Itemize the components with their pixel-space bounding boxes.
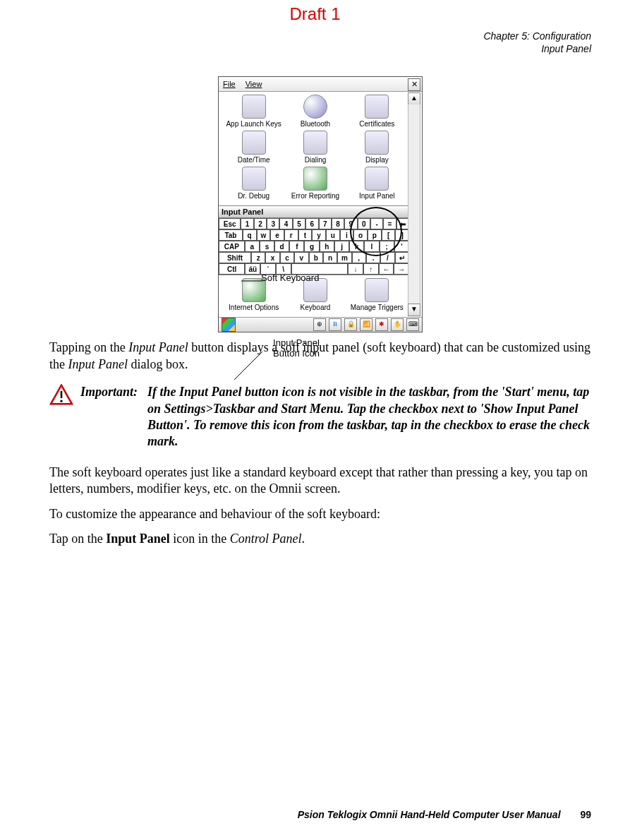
icon-dialing[interactable]: Dialing [287,131,344,164]
taskbar-icon[interactable]: ✱ [375,318,388,331]
key-minus[interactable]: - [370,218,383,229]
icon-error-reporting[interactable]: Error Reporting [287,167,344,200]
menu-view[interactable]: View [246,80,262,88]
icon-keyboard[interactable]: Keyboard [287,278,344,311]
key-9[interactable]: 9 [344,218,357,229]
paragraph-4: Tap on the Input Panel icon in the Contr… [49,531,591,547]
page-number: 99 [580,809,591,820]
key-enter[interactable]: ↵ [395,252,409,263]
callout-soft-keyboard: Soft Keyboard [261,272,319,283]
key-p[interactable]: p [368,229,382,241]
key-z[interactable]: z [251,252,265,263]
key-5[interactable]: 5 [293,218,305,229]
icon-internet-options[interactable]: Internet Options [226,278,282,311]
key-s[interactable]: s [260,241,274,252]
key-ctl[interactable]: Ctl [219,263,245,275]
key-f[interactable]: f [289,241,304,252]
taskbar-icon[interactable]: ✋ [391,318,404,331]
key-n[interactable]: n [323,252,337,263]
taskbar-icon[interactable]: 📶 [360,318,372,331]
scroll-down-icon[interactable]: ▼ [408,304,420,316]
icon-manage-triggers[interactable]: Manage Triggers [349,278,405,311]
key-a[interactable]: a [245,241,260,252]
draft-label: Draft 1 [0,4,630,24]
key-h[interactable]: h [320,241,334,252]
key-left[interactable]: ← [379,263,394,275]
key-4[interactable]: 4 [279,218,292,229]
key-down[interactable]: ↓ [348,263,363,275]
key-o[interactable]: o [353,229,368,241]
footer-text: Psion Teklogix Omnii Hand-Held Computer … [298,809,561,820]
key-6[interactable]: 6 [305,218,318,229]
key-d[interactable]: d [274,241,289,252]
key-b[interactable]: b [309,252,323,263]
close-icon[interactable]: ✕ [408,78,420,91]
icon-input-panel[interactable]: Input Panel [349,167,405,200]
key-comma[interactable]: , [352,252,366,263]
key-t[interactable]: t [298,229,313,241]
icon-bluetooth[interactable]: Bluetooth [287,95,344,128]
chapter-label: Chapter 5: Configuration [49,30,591,42]
important-block: Important: If the Input Panel button ico… [49,384,591,450]
key-quote[interactable]: ' [394,241,409,252]
icon-display[interactable]: Display [349,131,405,164]
key-semi[interactable]: ; [380,241,394,252]
key-v[interactable]: v [294,252,308,263]
taskbar-input-panel-icon[interactable]: ⌨ [406,318,419,331]
key-u[interactable]: u [326,229,340,241]
key-8[interactable]: 8 [332,218,344,229]
key-equals[interactable]: = [383,218,396,229]
key-accent[interactable]: áü [245,263,260,275]
callout-input-panel-icon: Input Panel Button Icon [261,337,332,359]
taskbar-bluetooth-icon[interactable]: B [329,318,341,331]
icon-certificates[interactable]: Certificates [349,95,405,128]
key-7[interactable]: 7 [319,218,332,229]
key-l[interactable]: l [364,241,379,252]
key-r[interactable]: r [284,229,298,241]
key-1[interactable]: 1 [241,218,253,229]
control-panel-grid: App Launch Keys Bluetooth Certificates D… [219,92,422,205]
svg-point-4 [60,400,62,402]
scroll-track[interactable] [408,104,420,304]
important-label: Important: [80,384,140,400]
scroll-up-icon[interactable]: ▲ [408,92,420,105]
key-caps[interactable]: CAP [219,241,245,252]
key-w[interactable]: w [257,229,271,241]
menu-file[interactable]: File [223,80,236,88]
menu-bar: File View [219,77,422,92]
key-x[interactable]: x [265,252,279,263]
key-period[interactable]: . [366,252,380,263]
key-3[interactable]: 3 [267,218,279,229]
important-text: If the Input Panel button icon is not vi… [147,384,591,450]
key-up[interactable]: ↑ [363,263,379,275]
device-screenshot: File View ✕ ▲ ▼ App Launch Keys Bluetoot… [218,76,423,332]
key-y[interactable]: y [312,229,326,241]
page-footer: Psion Teklogix Omnii Hand-Held Computer … [298,809,591,820]
icon-date-time[interactable]: Date/Time [226,131,282,164]
key-right[interactable]: → [394,263,409,275]
key-0[interactable]: 0 [358,218,370,229]
key-c[interactable]: c [280,252,294,263]
key-g[interactable]: g [304,241,319,252]
key-esc[interactable]: Esc [219,218,241,229]
key-e[interactable]: e [270,229,284,241]
key-q[interactable]: q [243,229,257,241]
key-m[interactable]: m [337,252,351,263]
paragraph-2: The soft keyboard operates just like a s… [49,464,591,498]
key-slash[interactable]: / [380,252,394,263]
key-k[interactable]: k [349,241,364,252]
icon-dr-debug[interactable]: Dr. Debug [226,167,282,200]
start-icon[interactable] [222,318,236,332]
taskbar-icon[interactable]: 🔒 [344,318,357,331]
taskbar-icon[interactable]: ⊕ [313,318,326,331]
page-header: Chapter 5: Configuration Input Panel [49,30,591,55]
key-j[interactable]: j [334,241,349,252]
key-shift[interactable]: Shift [219,252,251,263]
key-lbracket[interactable]: [ [382,229,396,241]
icon-app-launch-keys[interactable]: App Launch Keys [226,95,282,128]
key-i[interactable]: i [340,229,354,241]
body-text: Tapping on the Input Panel button displa… [49,340,591,547]
key-2[interactable]: 2 [254,218,267,229]
control-panel-grid-2: Internet Options Keyboard Manage Trigger… [219,275,422,317]
key-tab[interactable]: Tab [219,229,243,241]
